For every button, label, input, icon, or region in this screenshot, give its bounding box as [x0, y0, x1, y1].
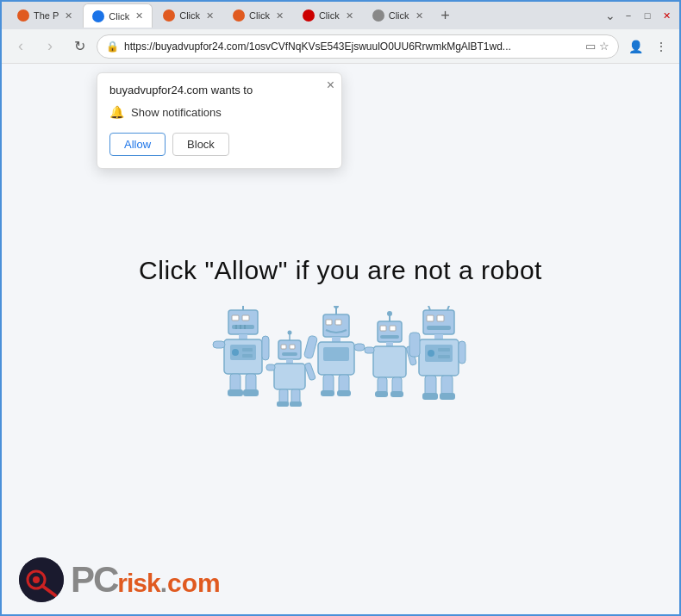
title-bar: The P ✕ Click ✕ Click ✕ Click ✕ Click ✕: [2, 2, 679, 29]
svg-rect-48: [354, 344, 365, 351]
tab-2[interactable]: Click ✕: [83, 3, 153, 28]
svg-rect-24: [281, 345, 286, 349]
address-bar[interactable]: 🔒 https://buyadvupfor24.com/1osvCVfNqKVs…: [97, 34, 619, 59]
svg-point-37: [334, 306, 339, 308]
pcrisk-logo: PC risk . com: [19, 557, 221, 602]
tab-4-label: Click: [249, 10, 270, 21]
address-bar-icons: ▭ ☆: [585, 40, 609, 53]
svg-rect-13: [242, 348, 253, 352]
tab-2-icon: [92, 10, 104, 22]
content-area: × buyadvupfor24.com wants to 🔔 Show noti…: [2, 64, 679, 616]
robots-illustration: [211, 306, 470, 418]
svg-point-74: [428, 350, 434, 357]
svg-point-23: [288, 330, 292, 334]
tab-6[interactable]: Click ✕: [364, 3, 432, 28]
svg-rect-20: [262, 336, 269, 360]
tab-2-close[interactable]: ✕: [135, 10, 143, 22]
reload-button[interactable]: [67, 34, 91, 59]
back-icon: [18, 37, 23, 55]
close-button[interactable]: ✕: [660, 9, 672, 22]
svg-rect-71: [434, 334, 443, 339]
svg-rect-9: [239, 334, 247, 339]
svg-point-51: [387, 311, 392, 316]
profile-button[interactable]: 👤: [624, 35, 647, 58]
svg-rect-17: [228, 389, 243, 396]
tab-strip: The P ✕ Click ✕ Click ✕ Click ✕ Click ✕: [9, 3, 602, 28]
minimize-button[interactable]: −: [622, 9, 634, 22]
tab-6-label: Click: [389, 10, 409, 21]
svg-rect-54: [380, 335, 399, 339]
url-text: https://buyadvupfor24.com/1osvCVfNqKVsE5…: [124, 40, 580, 53]
svg-rect-61: [365, 347, 374, 353]
svg-rect-59: [375, 391, 388, 397]
maximize-button[interactable]: □: [641, 9, 653, 22]
tab-5-icon: [303, 9, 315, 22]
tab-2-label: Click: [109, 11, 129, 22]
svg-point-85: [33, 576, 40, 583]
forward-button[interactable]: [38, 34, 62, 59]
tab-4-close[interactable]: ✕: [276, 10, 284, 22]
svg-rect-42: [323, 347, 349, 361]
svg-rect-28: [274, 364, 305, 389]
tab-3[interactable]: Click ✕: [154, 3, 222, 28]
popup-buttons: Allow Block: [109, 133, 329, 156]
tab-3-icon: [163, 9, 175, 22]
permission-text: Show notifications: [131, 106, 222, 119]
svg-rect-39: [335, 320, 341, 325]
block-button[interactable]: Block: [172, 133, 229, 156]
bookmark-icon[interactable]: ☆: [599, 40, 609, 53]
popup-permission-row: 🔔 Show notifications: [109, 105, 329, 119]
svg-rect-47: [303, 335, 317, 359]
svg-rect-60: [390, 391, 403, 397]
popup-close-button[interactable]: ×: [327, 78, 334, 92]
navigation-bar: 🔒 https://buyadvupfor24.com/1osvCVfNqKVs…: [2, 29, 679, 64]
nav-right-icons: 👤 ⋮: [624, 35, 672, 58]
tab-4-icon: [233, 9, 245, 22]
svg-rect-63: [423, 310, 454, 334]
svg-rect-35: [323, 314, 349, 337]
cast-icon[interactable]: ▭: [585, 40, 596, 53]
svg-rect-53: [390, 326, 396, 331]
svg-rect-18: [243, 389, 259, 396]
svg-rect-3: [232, 315, 239, 320]
svg-rect-70: [427, 326, 451, 330]
svg-rect-25: [290, 345, 295, 349]
tab-1-close[interactable]: ✕: [65, 10, 72, 22]
back-button[interactable]: [9, 34, 33, 59]
svg-rect-79: [422, 393, 438, 400]
tab-5-label: Click: [319, 10, 340, 21]
pcrisk-logo-icon: [19, 557, 64, 602]
svg-rect-49: [378, 321, 402, 342]
svg-rect-46: [337, 390, 351, 396]
tab-1[interactable]: The P ✕: [9, 3, 81, 28]
tab-3-close[interactable]: ✕: [206, 10, 214, 22]
tab-4[interactable]: Click ✕: [224, 3, 292, 28]
svg-rect-82: [459, 341, 465, 364]
svg-rect-31: [277, 401, 289, 407]
tab-6-icon: [372, 9, 384, 22]
svg-rect-26: [282, 352, 297, 356]
dot-text: .: [160, 569, 167, 598]
new-tab-button[interactable]: +: [434, 3, 458, 28]
forward-icon: [47, 37, 53, 55]
menu-button[interactable]: ⋮: [650, 35, 672, 58]
svg-rect-33: [266, 364, 275, 370]
tab-5[interactable]: Click ✕: [294, 3, 362, 28]
tab-6-close[interactable]: ✕: [415, 10, 423, 22]
tab-1-icon: [17, 9, 29, 22]
chevron-down-icon: ⌄: [605, 9, 615, 22]
svg-rect-21: [278, 340, 301, 359]
profile-icon: 👤: [628, 40, 643, 53]
allow-button[interactable]: Allow: [109, 133, 166, 156]
svg-rect-80: [440, 393, 455, 400]
tab-1-label: The P: [34, 10, 59, 21]
svg-rect-40: [332, 337, 340, 342]
menu-icon: ⋮: [655, 40, 667, 53]
svg-rect-0: [228, 310, 258, 334]
pcrisk-text-container: PC risk . com: [71, 559, 221, 600]
svg-rect-5: [232, 325, 254, 329]
notification-popup: × buyadvupfor24.com wants to 🔔 Show noti…: [97, 72, 342, 169]
bell-icon: 🔔: [109, 105, 124, 119]
robots-svg: [211, 306, 470, 418]
tab-5-close[interactable]: ✕: [346, 10, 353, 22]
